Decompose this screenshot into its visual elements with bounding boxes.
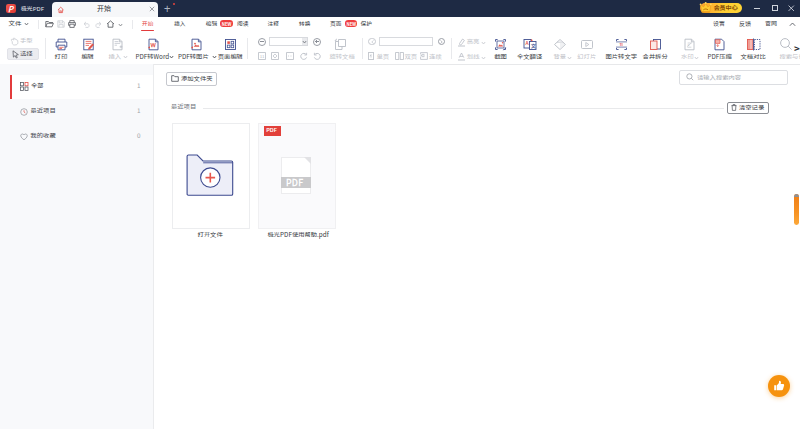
svg-text:11: 11 xyxy=(259,52,264,58)
svg-text:W: W xyxy=(149,39,156,48)
svg-text:x: x xyxy=(687,42,689,47)
svg-text:A: A xyxy=(524,39,529,46)
